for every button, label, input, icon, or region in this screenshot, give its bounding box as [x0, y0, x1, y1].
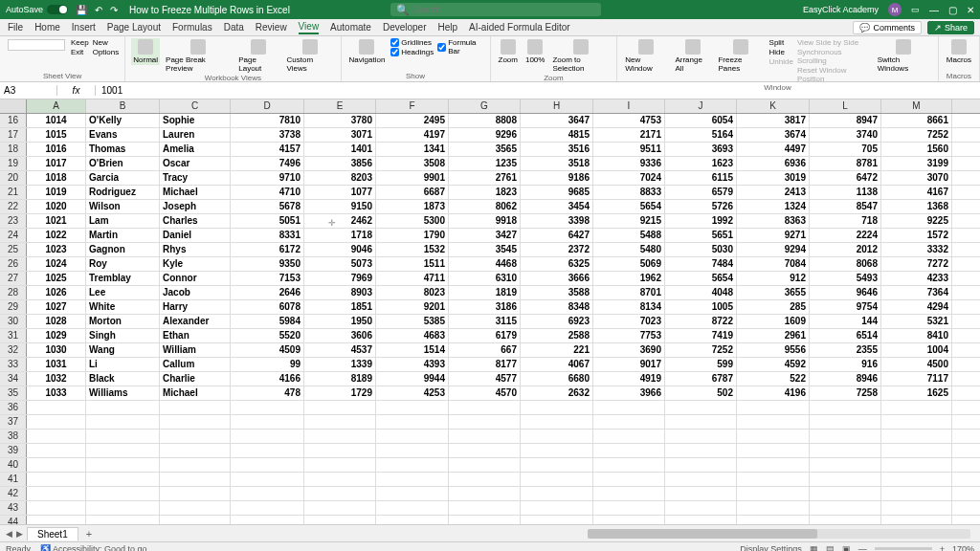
cell[interactable]: 5051: [231, 214, 304, 228]
cell[interactable]: 667: [449, 343, 521, 357]
cell[interactable]: 7252: [665, 343, 737, 357]
cell[interactable]: 9944: [376, 372, 449, 386]
cell[interactable]: 3740: [810, 128, 881, 142]
view-normal-icon[interactable]: ▦: [810, 544, 818, 552]
cell[interactable]: 8808: [449, 114, 521, 127]
cell[interactable]: [231, 516, 304, 524]
cell[interactable]: [160, 415, 231, 429]
cell[interactable]: 4815: [521, 128, 593, 142]
headings-checkbox[interactable]: Headings: [390, 48, 434, 56]
cell[interactable]: 6115: [665, 171, 737, 185]
cell[interactable]: 1572: [881, 229, 952, 242]
redo-icon[interactable]: ↷: [110, 5, 118, 15]
cell[interactable]: 3545: [449, 243, 521, 256]
cell[interactable]: [449, 415, 521, 429]
cell[interactable]: 5493: [810, 272, 881, 285]
switch-windows-button[interactable]: Switch Windows: [876, 38, 932, 74]
cell[interactable]: [810, 444, 881, 457]
cell[interactable]: 99: [231, 358, 304, 371]
cell[interactable]: [737, 444, 810, 457]
cell[interactable]: 9201: [376, 300, 449, 314]
cell[interactable]: 4393: [376, 358, 449, 371]
new-window-button[interactable]: New Window: [623, 38, 669, 74]
close-button[interactable]: ✕: [967, 5, 974, 15]
cell[interactable]: 4537: [304, 343, 376, 357]
cell[interactable]: Thomas: [86, 143, 160, 156]
account-name[interactable]: EasyClick Academy: [803, 5, 879, 14]
cell[interactable]: [521, 516, 593, 524]
cell[interactable]: 8203: [304, 171, 376, 185]
cell[interactable]: 4570: [449, 386, 521, 400]
cell[interactable]: 2632: [521, 386, 593, 400]
cell[interactable]: 1024: [27, 257, 86, 271]
cell[interactable]: 1625: [881, 386, 952, 400]
sheetview-dropdown[interactable]: [6, 38, 67, 52]
cell[interactable]: 1023: [27, 243, 86, 256]
cell[interactable]: 1341: [376, 143, 449, 156]
row-header[interactable]: 17: [0, 128, 27, 142]
cell[interactable]: [810, 430, 881, 443]
hide-button[interactable]: Hide: [769, 48, 793, 56]
cell[interactable]: 2761: [449, 171, 521, 185]
cell[interactable]: [665, 430, 737, 443]
cell[interactable]: 2224: [810, 229, 881, 242]
cell[interactable]: [231, 401, 304, 414]
row-header[interactable]: 33: [0, 358, 27, 371]
row-header[interactable]: 18: [0, 143, 27, 156]
cell[interactable]: [27, 458, 86, 472]
cell[interactable]: 3019: [737, 171, 810, 185]
cell[interactable]: [376, 458, 449, 472]
cell[interactable]: 8701: [593, 286, 665, 299]
cell[interactable]: 522: [737, 372, 810, 386]
cell[interactable]: 7024: [593, 171, 665, 185]
cell[interactable]: Black: [86, 372, 160, 386]
cell[interactable]: 3606: [304, 329, 376, 342]
cell[interactable]: 3856: [304, 157, 376, 170]
cell[interactable]: 4497: [737, 143, 810, 156]
row-header[interactable]: 16: [0, 114, 27, 127]
pagelayout-button[interactable]: Page Layout: [236, 38, 280, 74]
cell[interactable]: [27, 415, 86, 429]
pagebreak-button[interactable]: Page Break Preview: [164, 38, 233, 74]
cell[interactable]: [86, 401, 160, 414]
cell[interactable]: [160, 487, 231, 500]
cell[interactable]: [376, 430, 449, 443]
cell[interactable]: [593, 415, 665, 429]
cell[interactable]: 9225: [881, 214, 952, 228]
cell[interactable]: [86, 458, 160, 472]
cell[interactable]: 3398: [521, 214, 593, 228]
cell[interactable]: 2495: [376, 114, 449, 127]
tab-formulas[interactable]: Formulas: [172, 22, 212, 33]
cell[interactable]: 6923: [521, 315, 593, 328]
cell[interactable]: 4577: [449, 372, 521, 386]
col-header-K[interactable]: K: [737, 99, 810, 113]
cell[interactable]: 4468: [449, 257, 521, 271]
cell[interactable]: 1014: [27, 114, 86, 127]
cell[interactable]: [810, 487, 881, 500]
cell[interactable]: 4197: [376, 128, 449, 142]
cell[interactable]: [665, 444, 737, 457]
cell[interactable]: 6172: [231, 243, 304, 256]
cell[interactable]: 9901: [376, 171, 449, 185]
row-header[interactable]: 31: [0, 329, 27, 342]
cell[interactable]: 1819: [449, 286, 521, 299]
cell[interactable]: 1339: [304, 358, 376, 371]
cell[interactable]: 6514: [810, 329, 881, 342]
cell[interactable]: 3427: [449, 229, 521, 242]
cell[interactable]: 8189: [304, 372, 376, 386]
cell[interactable]: Harry: [160, 300, 231, 314]
cell[interactable]: 9150: [304, 200, 376, 213]
cell[interactable]: 4710: [231, 186, 304, 199]
cell[interactable]: [304, 458, 376, 472]
cell[interactable]: [737, 430, 810, 443]
sheet-nav-prev[interactable]: ◀: [6, 529, 12, 539]
cell[interactable]: Joseph: [160, 200, 231, 213]
cell[interactable]: [881, 401, 952, 414]
cell[interactable]: 1020: [27, 200, 86, 213]
cell[interactable]: 4233: [881, 272, 952, 285]
cell[interactable]: 3666: [521, 272, 593, 285]
cell[interactable]: Lam: [86, 214, 160, 228]
cell[interactable]: 7969: [304, 272, 376, 285]
col-header-B[interactable]: B: [86, 99, 160, 113]
cell[interactable]: 3332: [881, 243, 952, 256]
